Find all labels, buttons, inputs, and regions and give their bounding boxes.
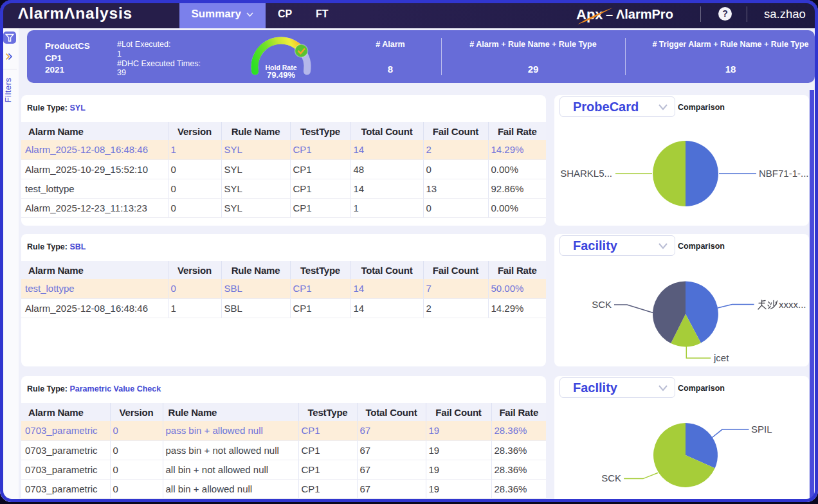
svg-text:79.49%: 79.49% bbox=[267, 70, 296, 80]
svg-text:xxxx...: xxxx... bbox=[779, 299, 806, 310]
svg-text:SHARKL5...: SHARKL5... bbox=[560, 168, 612, 179]
svg-text:– ΛlarmPro: – ΛlarmPro bbox=[606, 7, 673, 21]
svg-text:jcet: jcet bbox=[713, 352, 729, 363]
svg-text:SCK: SCK bbox=[601, 473, 621, 483]
svg-text:SPIL: SPIL bbox=[751, 424, 772, 435]
svg-text:NBF71-1-...: NBF71-1-... bbox=[759, 168, 809, 179]
svg-text:SCK: SCK bbox=[592, 299, 612, 310]
